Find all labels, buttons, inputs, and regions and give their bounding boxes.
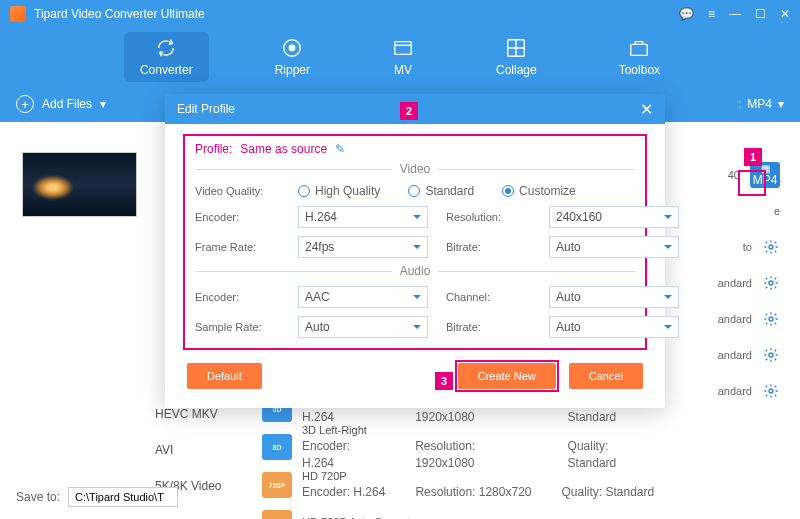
menu-icon[interactable]: ≡ bbox=[708, 7, 715, 21]
samplerate-select[interactable]: Auto bbox=[298, 316, 428, 338]
add-files-button[interactable]: + Add Files ▾ bbox=[16, 95, 106, 113]
output-format-selector[interactable]: : MP4 ▾ bbox=[738, 97, 784, 111]
svg-rect-4 bbox=[631, 44, 648, 55]
video-bitrate-label: Bitrate: bbox=[446, 241, 531, 253]
radio-standard[interactable]: Standard bbox=[408, 184, 474, 198]
resolution-select[interactable]: 240x160 bbox=[549, 206, 679, 228]
format-badge: 720P bbox=[262, 472, 292, 498]
radio-customize[interactable]: Customize bbox=[502, 184, 576, 198]
profile-value: Same as source bbox=[240, 142, 327, 156]
tab-converter[interactable]: Converter bbox=[124, 32, 209, 82]
framerate-select[interactable]: 24fps bbox=[298, 236, 428, 258]
highlighted-settings-box: Profile: Same as source ✎ Video Video Qu… bbox=[183, 134, 647, 350]
framerate-label: Frame Rate: bbox=[195, 241, 280, 253]
format-row[interactable]: 720P HD 720P Auto Correct bbox=[262, 504, 660, 519]
gear-icon[interactable] bbox=[762, 346, 780, 364]
tab-label: Converter bbox=[140, 63, 193, 77]
channel-label: Channel: bbox=[446, 291, 531, 303]
format-row[interactable]: 720P HD 720P Encoder: H.264Resolution: 1… bbox=[262, 466, 660, 504]
mv-icon bbox=[392, 37, 414, 59]
add-files-label: Add Files bbox=[42, 97, 92, 111]
minimize-icon[interactable]: — bbox=[729, 7, 741, 21]
format-info: HD 720P Auto Correct bbox=[302, 515, 660, 519]
annotation-3: 3 bbox=[435, 372, 453, 390]
tab-collage[interactable]: Collage bbox=[480, 32, 553, 82]
edit-profile-dialog: Edit Profile ✕ Profile: Same as source ✎… bbox=[165, 94, 665, 408]
audio-bitrate-label: Bitrate: bbox=[446, 321, 531, 333]
app-logo bbox=[10, 6, 26, 22]
fmt-value: MP4 bbox=[747, 97, 772, 111]
create-new-button[interactable]: Create New bbox=[458, 363, 556, 389]
video-quality-radios: High Quality Standard Customize bbox=[298, 184, 679, 198]
feedback-icon[interactable]: 💬 bbox=[679, 7, 694, 21]
samplerate-label: Sample Rate: bbox=[195, 321, 280, 333]
tab-toolbox[interactable]: Toolbox bbox=[603, 32, 676, 82]
ripper-icon bbox=[281, 37, 303, 59]
format-info: 3D Left-Right Encoder: H.264Resolution: … bbox=[302, 423, 660, 472]
profile-label: Profile: bbox=[195, 142, 232, 156]
video-encoder-label: Encoder: bbox=[195, 211, 280, 223]
video-section-header: Video bbox=[195, 162, 635, 176]
highlight-create-new: Create New bbox=[455, 360, 559, 392]
audio-bitrate-select[interactable]: Auto bbox=[549, 316, 679, 338]
app-title: Tipard Video Converter Ultimate bbox=[34, 7, 205, 21]
titlebar: Tipard Video Converter Ultimate 💬 ≡ — ☐ … bbox=[0, 0, 800, 28]
save-to-input[interactable] bbox=[68, 487, 178, 507]
sidebar-item[interactable]: AVI bbox=[150, 432, 240, 468]
save-to-label: Save to: bbox=[16, 490, 60, 504]
dialog-title: Edit Profile bbox=[177, 102, 235, 116]
save-to-row: Save to: bbox=[16, 487, 178, 507]
annotation-1: 1 bbox=[744, 148, 762, 166]
format-badge: 720P bbox=[262, 510, 292, 519]
value: e bbox=[774, 205, 780, 217]
chevron-down-icon: ▾ bbox=[100, 97, 106, 111]
tab-label: MV bbox=[394, 63, 412, 77]
audio-encoder-label: Encoder: bbox=[195, 291, 280, 303]
value: andard bbox=[718, 385, 752, 397]
maximize-icon[interactable]: ☐ bbox=[755, 7, 766, 21]
svg-point-7 bbox=[769, 317, 773, 321]
tab-label: Toolbox bbox=[619, 63, 660, 77]
dialog-footer: Default Create New Cancel bbox=[183, 360, 647, 392]
video-encoder-select[interactable]: H.264 bbox=[298, 206, 428, 228]
value: to bbox=[743, 241, 752, 253]
format-list: 3D Encoder: H.264Resolution: 1920x1080Qu… bbox=[262, 390, 660, 519]
right-column: 40MP4 e to andard andard andard andard bbox=[690, 157, 780, 409]
svg-point-1 bbox=[290, 45, 296, 51]
gear-icon[interactable] bbox=[762, 238, 780, 256]
tab-label: Collage bbox=[496, 63, 537, 77]
channel-select[interactable]: Auto bbox=[549, 286, 679, 308]
audio-section-header: Audio bbox=[195, 264, 635, 278]
gear-icon[interactable] bbox=[762, 310, 780, 328]
format-info: HD 720P Encoder: H.264Resolution: 1280x7… bbox=[302, 469, 660, 501]
chevron-down-icon: ▾ bbox=[778, 97, 784, 111]
cancel-button[interactable]: Cancel bbox=[569, 363, 643, 389]
toolbox-icon bbox=[628, 37, 650, 59]
video-quality-label: Video Quality: bbox=[195, 185, 280, 197]
format-badge: 3D bbox=[262, 434, 292, 460]
resolution-label: Resolution: bbox=[446, 211, 531, 223]
main-toolbar: Converter Ripper MV Collage Toolbox bbox=[0, 28, 800, 86]
tab-mv[interactable]: MV bbox=[376, 32, 430, 82]
close-icon[interactable]: ✕ bbox=[780, 7, 790, 21]
highlight-gear bbox=[738, 170, 766, 196]
tab-label: Ripper bbox=[275, 63, 310, 77]
close-icon[interactable]: ✕ bbox=[640, 100, 653, 119]
format-row[interactable]: 3D 3D Left-Right Encoder: H.264Resolutio… bbox=[262, 428, 660, 466]
value: andard bbox=[718, 349, 752, 361]
video-thumbnail[interactable] bbox=[22, 152, 137, 217]
svg-rect-2 bbox=[395, 42, 412, 55]
gear-icon[interactable] bbox=[762, 274, 780, 292]
annotation-2: 2 bbox=[400, 102, 418, 120]
audio-encoder-select[interactable]: AAC bbox=[298, 286, 428, 308]
collage-icon bbox=[505, 37, 527, 59]
video-bitrate-select[interactable]: Auto bbox=[549, 236, 679, 258]
svg-point-8 bbox=[769, 353, 773, 357]
window-controls: 💬 ≡ — ☐ ✕ bbox=[679, 7, 790, 21]
svg-point-9 bbox=[769, 389, 773, 393]
default-button[interactable]: Default bbox=[187, 363, 262, 389]
gear-icon[interactable] bbox=[762, 382, 780, 400]
radio-high-quality[interactable]: High Quality bbox=[298, 184, 380, 198]
edit-icon[interactable]: ✎ bbox=[335, 142, 345, 156]
tab-ripper[interactable]: Ripper bbox=[259, 32, 326, 82]
